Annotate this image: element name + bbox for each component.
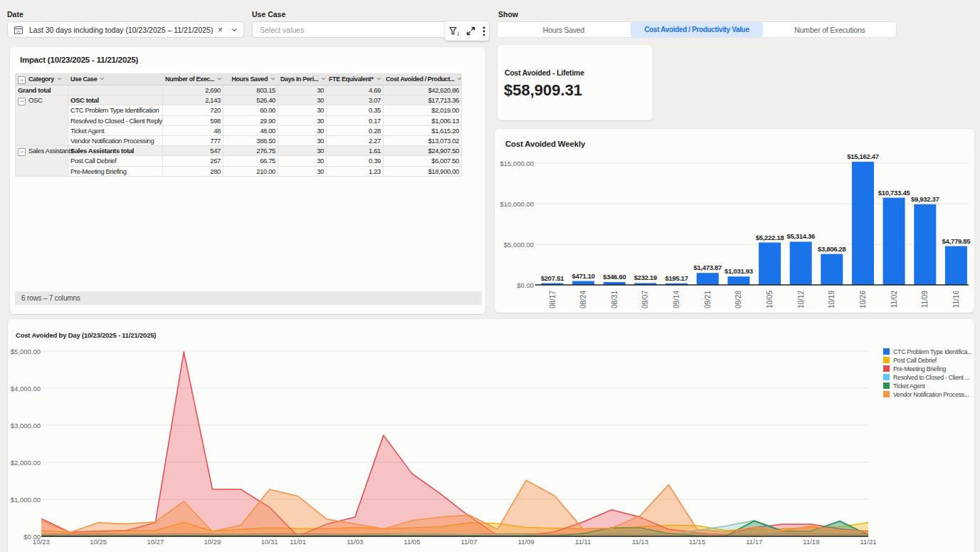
svg-text:10/26: 10/26: [859, 291, 867, 308]
svg-text:11/01: 11/01: [290, 538, 306, 546]
svg-text:10/29: 10/29: [204, 538, 221, 546]
svg-text:11/07: 11/07: [460, 538, 477, 546]
svg-text:$1,000.00: $1,000.00: [11, 496, 41, 504]
svg-text:$5,000.00: $5,000.00: [504, 241, 534, 249]
svg-text:10/31: 10/31: [261, 538, 278, 546]
svg-text:$5,222.18: $5,222.18: [756, 234, 784, 241]
svg-text:$0.00: $0.00: [517, 281, 534, 289]
svg-text:$1,473.87: $1,473.87: [693, 264, 722, 271]
svg-text:08/24: 08/24: [579, 291, 587, 308]
svg-text:Resolved to Closed - Client ..: Resolved to Closed - Client ...: [893, 374, 969, 381]
svg-text:08/17: 08/17: [549, 291, 557, 308]
svg-text:$10,733.45: $10,733.45: [878, 189, 911, 197]
svg-text:30: 30: [16, 30, 21, 34]
svg-text:$3,806.28: $3,806.28: [818, 245, 846, 253]
svg-text:Vendor Notification Process...: Vendor Notification Process...: [893, 391, 969, 398]
svg-text:$2,000.00: $2,000.00: [11, 459, 41, 467]
svg-text:11/09: 11/09: [518, 538, 534, 546]
svg-text:$4,779.85: $4,779.85: [942, 237, 971, 245]
svg-text:$1,031.93: $1,031.93: [725, 267, 753, 275]
svg-text:11/13: 11/13: [632, 538, 648, 546]
svg-text:$15,000.00: $15,000.00: [500, 160, 534, 167]
svg-text:11/15: 11/15: [689, 538, 705, 546]
svg-text:CTC Problem Type Identifica...: CTC Problem Type Identifica...: [893, 348, 972, 355]
svg-text:Post Call Debrief: Post Call Debrief: [893, 357, 937, 364]
svg-text:$5,000.00: $5,000.00: [11, 348, 41, 355]
svg-text:$195.17: $195.17: [665, 274, 687, 282]
svg-text:10/05: 10/05: [766, 291, 774, 308]
svg-text:11/02: 11/02: [890, 291, 898, 308]
svg-text:$5,314.36: $5,314.36: [786, 232, 815, 240]
svg-text:Ticket Agent: Ticket Agent: [893, 382, 925, 390]
svg-text:$346.60: $346.60: [603, 273, 626, 281]
svg-text:09/07: 09/07: [641, 291, 649, 308]
svg-text:Pre-Meeting Briefing: Pre-Meeting Briefing: [893, 365, 947, 373]
svg-text:09/28: 09/28: [734, 291, 742, 308]
svg-text:08/31: 08/31: [611, 291, 618, 308]
svg-text:11/17: 11/17: [746, 538, 762, 546]
svg-text:11/21: 11/21: [860, 538, 876, 546]
svg-text:$9,932.37: $9,932.37: [911, 195, 939, 203]
svg-text:10/12: 10/12: [797, 291, 805, 308]
svg-text:09/21: 09/21: [704, 291, 712, 308]
svg-text:11/09: 11/09: [921, 291, 929, 308]
svg-text:$15,162.47: $15,162.47: [847, 152, 879, 160]
svg-text:$232.19: $232.19: [634, 274, 657, 281]
svg-text:11/05: 11/05: [404, 538, 420, 546]
svg-text:$4,000.00: $4,000.00: [11, 385, 41, 392]
svg-text:11/11: 11/11: [575, 538, 591, 546]
svg-text:11/19: 11/19: [803, 538, 819, 546]
svg-text:11/16: 11/16: [952, 291, 960, 308]
svg-text:10/23: 10/23: [33, 538, 50, 546]
svg-text:10/27: 10/27: [147, 538, 164, 546]
svg-text:09/14: 09/14: [673, 291, 680, 308]
svg-text:$471.10: $471.10: [572, 272, 595, 280]
svg-text:11/03: 11/03: [347, 538, 363, 546]
svg-text:10/19: 10/19: [828, 291, 836, 308]
svg-text:$207.51: $207.51: [541, 274, 564, 282]
svg-text:$10,000.00: $10,000.00: [500, 200, 534, 208]
svg-text:2: 2: [457, 32, 459, 37]
svg-text:$3,000.00: $3,000.00: [11, 422, 41, 429]
svg-text:10/25: 10/25: [90, 538, 107, 546]
